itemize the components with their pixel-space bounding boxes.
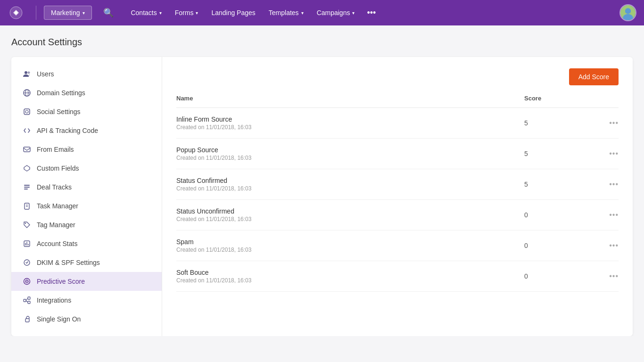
api-icon <box>23 126 31 135</box>
avatar[interactable] <box>619 4 636 21</box>
table-row: Inline Form Source Created on 11/01/2018… <box>176 108 619 139</box>
nav-more-btn[interactable]: ••• <box>362 5 380 21</box>
sidebar-item-account-stats[interactable]: Account Stats <box>11 234 162 253</box>
score-created: Created on 11/01/2018, 16:03 <box>176 216 524 222</box>
nav-links: Contacts ▾ Forms ▾ Landing Pages Templat… <box>125 5 380 21</box>
nav-campaigns[interactable]: Campaigns ▾ <box>311 6 361 19</box>
svg-rect-34 <box>25 319 29 322</box>
svg-rect-16 <box>24 189 28 189</box>
chevron-down-icon: ▾ <box>83 10 85 16</box>
table-row: Soft Bouce Created on 11/01/2018, 16:03 … <box>176 261 619 292</box>
svg-rect-31 <box>28 301 30 304</box>
svg-point-20 <box>25 223 26 224</box>
score-created: Created on 11/01/2018, 16:03 <box>176 277 524 284</box>
sidebar-tag-label: Tag Manager <box>37 221 75 229</box>
sidebar-item-from-emails[interactable]: From Emails <box>11 140 162 159</box>
score-row-menu-btn[interactable]: ••• <box>600 180 619 189</box>
forms-chevron-icon: ▾ <box>196 10 198 16</box>
score-rows-container: Inline Form Source Created on 11/01/2018… <box>176 108 619 292</box>
sidebar: Users Domain Settings Social Settings AP… <box>11 57 162 336</box>
sidebar-item-task-manager[interactable]: Task Manager <box>11 197 162 215</box>
score-created: Created on 11/01/2018, 16:03 <box>176 247 524 253</box>
svg-rect-30 <box>28 297 30 299</box>
svg-rect-15 <box>24 187 30 188</box>
score-row-menu-btn[interactable]: ••• <box>600 272 619 280</box>
domain-icon <box>23 89 31 97</box>
sidebar-item-tag-manager[interactable]: Tag Manager <box>11 215 162 234</box>
sidebar-integrations-label: Integrations <box>37 296 71 304</box>
logo[interactable] <box>8 4 25 21</box>
account-stats-icon <box>23 239 31 248</box>
score-row-name: Spam Created on 11/01/2018, 16:03 <box>176 238 524 253</box>
sidebar-deals-label: Deal Tracks <box>37 183 72 191</box>
score-row-name: Inline Form Source Created on 11/01/2018… <box>176 115 524 131</box>
main-content: Add Score Name Score Inline Form Source … <box>162 57 633 336</box>
score-row-name: Popup Source Created on 11/01/2018, 16:0… <box>176 146 524 161</box>
custom-fields-icon <box>23 164 31 173</box>
sidebar-sso-label: Single Sign On <box>37 315 81 323</box>
score-created: Created on 11/01/2018, 16:03 <box>176 155 524 161</box>
sidebar-item-api-tracking[interactable]: API & Tracking Code <box>11 121 162 140</box>
nav-templates[interactable]: Templates ▾ <box>263 6 309 19</box>
score-row-menu-btn[interactable]: ••• <box>600 241 619 250</box>
sidebar-task-label: Task Manager <box>37 202 78 210</box>
score-row-name: Status Confirmed Created on 11/01/2018, … <box>176 177 524 192</box>
email-icon <box>23 145 31 154</box>
score-value: 0 <box>524 211 600 219</box>
tag-manager-icon <box>23 221 31 229</box>
score-row-menu-btn[interactable]: ••• <box>600 119 619 127</box>
landing-pages-label: Landing Pages <box>211 9 255 16</box>
main-header: Add Score <box>176 68 619 85</box>
svg-point-1 <box>15 11 17 14</box>
marketing-label: Marketing <box>51 9 80 16</box>
sidebar-item-integrations[interactable]: Integrations <box>11 291 162 310</box>
search-icon[interactable]: 🔍 <box>99 4 117 22</box>
users-icon <box>23 70 31 78</box>
score-row-name: Soft Bouce Created on 11/01/2018, 16:03 <box>176 269 524 284</box>
svg-point-6 <box>28 72 30 74</box>
score-title: Spam <box>176 238 524 246</box>
sidebar-item-domain-settings[interactable]: Domain Settings <box>11 83 162 102</box>
sso-icon <box>23 315 31 323</box>
contacts-label: Contacts <box>131 9 157 16</box>
campaigns-chevron-icon: ▾ <box>352 10 355 16</box>
score-title: Status Confirmed <box>176 177 524 184</box>
nav-contacts[interactable]: Contacts ▾ <box>125 6 167 19</box>
table-headers: Name Score <box>176 95 619 108</box>
table-row: Status Confirmed Created on 11/01/2018, … <box>176 169 619 200</box>
sidebar-item-predictive-score[interactable]: Predictive Score <box>11 272 162 291</box>
add-score-button[interactable]: Add Score <box>569 68 619 85</box>
sidebar-item-deal-tracks[interactable]: Deal Tracks <box>11 178 162 197</box>
sidebar-item-users[interactable]: Users <box>11 65 162 83</box>
sidebar-fields-label: Custom Fields <box>37 165 79 172</box>
contacts-chevron-icon: ▾ <box>159 10 162 16</box>
templates-label: Templates <box>269 9 299 16</box>
score-title: Status Unconfirmed <box>176 207 524 215</box>
svg-point-4 <box>623 14 633 21</box>
sidebar-item-dkim-spf[interactable]: DKIM & SPF Settings <box>11 253 162 272</box>
score-row-menu-btn[interactable]: ••• <box>600 211 619 219</box>
sidebar-users-label: Users <box>37 70 54 78</box>
task-manager-icon <box>23 202 31 210</box>
svg-point-11 <box>25 110 28 113</box>
score-value: 0 <box>524 242 600 249</box>
sidebar-item-custom-fields[interactable]: Custom Fields <box>11 159 162 178</box>
social-icon <box>23 107 31 116</box>
deal-tracks-icon <box>23 183 31 191</box>
avatar-image <box>620 5 636 20</box>
svg-point-3 <box>625 8 631 14</box>
table-row: Popup Source Created on 11/01/2018, 16:0… <box>176 139 619 169</box>
svg-rect-29 <box>24 299 26 302</box>
templates-chevron-icon: ▾ <box>301 10 304 16</box>
page-wrapper: Account Settings Users Domain Settings <box>0 25 644 336</box>
marketing-dropdown-btn[interactable]: Marketing ▾ <box>44 6 92 20</box>
nav-forms[interactable]: Forms ▾ <box>169 6 204 19</box>
score-value: 0 <box>524 272 600 280</box>
svg-point-5 <box>25 71 27 74</box>
sidebar-item-social-settings[interactable]: Social Settings <box>11 102 162 121</box>
score-row-menu-btn[interactable]: ••• <box>600 149 619 158</box>
sidebar-social-label: Social Settings <box>37 108 81 115</box>
nav-landing-pages[interactable]: Landing Pages <box>206 6 261 19</box>
predictive-score-icon <box>23 277 31 286</box>
sidebar-item-single-sign-on[interactable]: Single Sign On <box>11 310 162 329</box>
